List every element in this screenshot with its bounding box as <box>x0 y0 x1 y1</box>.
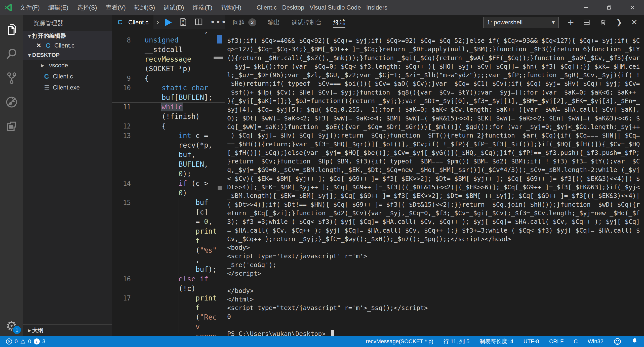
close-window-button[interactable] <box>621 0 644 15</box>
settings-gear-icon[interactable]: ⚙ 1 <box>6 319 18 332</box>
panel-tab[interactable]: 输出 <box>268 15 280 29</box>
panel-tab[interactable]: 问题3 <box>233 15 256 29</box>
minimize-button[interactable] <box>575 0 598 15</box>
tree-item[interactable]: ☰Client.exe <box>23 82 112 93</box>
editor-line: [c] <box>112 207 225 217</box>
search-icon[interactable] <box>0 42 23 66</box>
code-token <box>187 84 191 92</box>
status-item[interactable]: Win32 <box>588 338 603 345</box>
notifications-bell-icon[interactable] <box>631 337 638 345</box>
source-control-icon[interactable] <box>0 66 23 90</box>
tree-item[interactable]: ▶.vscode <box>23 60 112 71</box>
folder-section-header[interactable]: ▼ DESKTOP <box>23 50 112 60</box>
terminal-line: <script type='text/javascript' r='m'> <box>227 252 644 261</box>
editor-line: recv(*p, <box>112 141 225 150</box>
terminal-line: <body> <box>227 243 644 252</box>
code-token: = <box>145 218 204 226</box>
restore-button[interactable] <box>598 0 621 15</box>
code-token: conne <box>145 332 217 336</box>
line-content: unsigned <box>131 36 179 44</box>
feedback-smiley-icon[interactable]: ☺ <box>614 337 621 346</box>
explorer-icon[interactable] <box>0 18 23 42</box>
split-terminal-button[interactable] <box>583 19 590 26</box>
line-content: static char <box>131 84 208 92</box>
code-token: if <box>200 275 208 283</box>
problems-status-item[interactable]: ✕ 0 ⚠ 0 i 3 <box>0 338 45 345</box>
menubar-item[interactable]: 查看(V) <box>101 0 130 15</box>
activity-bar: ⚙ 1 <box>0 15 23 336</box>
terminal-line: }return _$Cv;}function _$Hp(_$BM,_$f3){i… <box>227 157 644 166</box>
code-token: if <box>179 179 187 188</box>
menubar-item[interactable]: 帮助(H) <box>217 0 246 15</box>
menubar-item[interactable]: 选择(S) <box>73 0 101 15</box>
svg-text:10: 10 <box>182 22 184 25</box>
status-item[interactable]: CRLF <box>549 338 564 345</box>
tab-client-c[interactable]: C Client.c <box>112 15 153 29</box>
line-content: (!c) <box>131 284 195 293</box>
close-panel-button[interactable]: ✕ <box>631 18 637 27</box>
split-editor-button[interactable] <box>194 18 203 27</box>
code-token <box>145 275 179 283</box>
code-token <box>145 237 195 245</box>
overview-ruler-modified-marker <box>217 35 222 44</box>
c-file-icon: C <box>116 18 124 26</box>
status-item[interactable]: recvMessage(SOCKET * p) <box>366 338 433 345</box>
code-token <box>145 160 179 168</box>
tab-overflow-chevron-icon[interactable]: › <box>156 18 159 26</box>
terminal-line: _$BM.length){_$EK=_$BM[_$yj];_$Cq[_$G9++… <box>227 192 644 200</box>
run-code-button[interactable] <box>165 18 172 26</box>
line-number: 8 <box>112 35 131 45</box>
code-token <box>145 189 179 197</box>
menubar-item[interactable]: 文件(F) <box>16 0 44 15</box>
close-icon[interactable]: ✕ <box>36 42 44 49</box>
scrollbar-handle[interactable] <box>214 57 223 59</box>
terminal-line: l;_$u7=_$DE(96);var _$zl,_$GU,_$z2;var _… <box>227 71 644 79</box>
debug-icon[interactable] <box>0 90 23 114</box>
menubar-item[interactable]: 终端(T) <box>188 0 217 15</box>
editor-line: 12 { <box>112 121 225 131</box>
line-number: 13 <box>112 131 131 141</box>
panel-tab[interactable]: 终端 <box>333 15 345 29</box>
status-item[interactable]: 制表符长度: 4 <box>479 338 513 345</box>
editor-line: 11 while <box>112 102 225 112</box>
code-token <box>145 227 195 235</box>
editor-tab-bar: C Client.c › 01 10 ••• <box>112 15 225 29</box>
status-item[interactable]: C <box>574 338 578 345</box>
line-number: 16 <box>112 274 131 284</box>
menubar-item[interactable]: 调试(D) <box>159 0 188 15</box>
code-editor[interactable]: ,8unsigned__stdcallrecvMessage(SOCKET *p… <box>112 29 225 336</box>
terminal-line: 3);_$f3-=3;while (_$Cq<_$f3){_$yj[_$Cq]=… <box>227 218 644 226</box>
binary-view-button[interactable]: 01 10 <box>179 18 187 27</box>
code-token <box>145 198 195 207</box>
menubar-item[interactable]: 转到(G) <box>130 0 159 15</box>
open-editor-item-client-c[interactable]: ✕ C Client.c <box>23 41 112 50</box>
settings-badge: 1 <box>12 325 21 334</box>
extensions-icon[interactable] <box>0 114 23 138</box>
panel-header: 问题3输出调试控制台终端 1: powershell ▼ + ❯ <box>225 15 644 29</box>
code-token <box>145 303 195 312</box>
more-actions-icon[interactable]: ••• <box>210 21 227 24</box>
outline-section-header[interactable]: ▶ 大纲 <box>23 324 112 336</box>
terminal-shell-select[interactable]: 1: powershell ▼ <box>483 17 559 28</box>
line-content: buf <box>131 198 208 207</box>
status-item[interactable]: UTF-8 <box>524 338 539 345</box>
terminal-line: (){return _$Hr.call(_$sZ(),_$mk());}func… <box>227 54 644 62</box>
line-content: (!finish) <box>131 112 200 121</box>
code-token: buf <box>195 265 208 274</box>
code-token: ); <box>183 170 191 178</box>
tree-item[interactable]: CClient.c <box>23 71 112 82</box>
kill-terminal-button[interactable] <box>599 19 607 26</box>
dropdown-caret-icon: ▼ <box>552 20 555 25</box>
terminal-line: </body> <box>227 287 644 295</box>
maximize-panel-chevron-icon[interactable]: ❯ <box>616 18 622 26</box>
status-item[interactable]: 行 11, 列 5 <box>444 338 470 345</box>
chevron-down-icon: ▼ <box>27 33 32 38</box>
open-editors-section-header[interactable]: ▼ 打开的编辑器 <box>23 31 112 41</box>
new-terminal-button[interactable]: + <box>568 18 574 27</box>
menubar-item[interactable]: 编辑(E) <box>44 0 73 15</box>
line-number: 12 <box>112 121 131 131</box>
warning-count: 0 <box>28 338 31 345</box>
line-content: recvMessage <box>131 55 191 63</box>
panel-tab[interactable]: 调试控制台 <box>292 15 322 29</box>
terminal-output[interactable]: $f3);if(_$Cq>=40&&_$Cq<92){_$Cq+=_$yj;if… <box>225 29 644 336</box>
